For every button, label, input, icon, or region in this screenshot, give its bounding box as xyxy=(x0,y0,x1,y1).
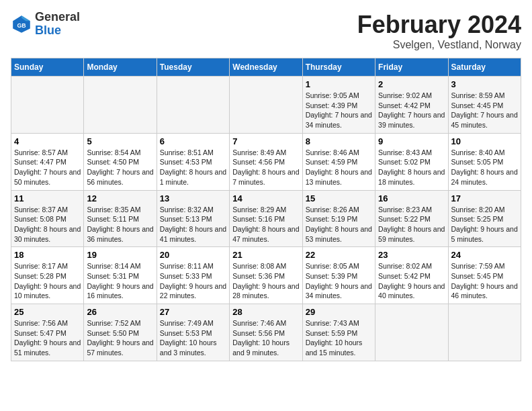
cell-info-text: Sunrise: 7:52 AM Sunset: 5:50 PM Dayligh… xyxy=(87,318,153,358)
cell-info-text: Sunrise: 7:56 AM Sunset: 5:47 PM Dayligh… xyxy=(14,318,81,358)
calendar-cell: 4Sunrise: 8:57 AM Sunset: 4:47 PM Daylig… xyxy=(11,133,84,190)
calendar-cell xyxy=(11,77,84,134)
cell-info-text: Sunrise: 8:57 AM Sunset: 4:47 PM Dayligh… xyxy=(14,148,81,187)
cell-info-text: Sunrise: 8:37 AM Sunset: 5:08 PM Dayligh… xyxy=(14,205,81,244)
location-subtitle: Svelgen, Vestland, Norway xyxy=(357,39,521,51)
cell-info-text: Sunrise: 8:11 AM Sunset: 5:33 PM Dayligh… xyxy=(160,261,226,301)
calendar-week-row: 4Sunrise: 8:57 AM Sunset: 4:47 PM Daylig… xyxy=(11,133,521,190)
cell-day-number: 10 xyxy=(451,136,518,146)
cell-day-number: 20 xyxy=(160,250,226,260)
calendar-cell: 20Sunrise: 8:11 AM Sunset: 5:33 PM Dayli… xyxy=(157,247,229,304)
cell-day-number: 13 xyxy=(160,193,226,203)
cell-day-number: 19 xyxy=(87,250,153,260)
day-of-week-header: Sunday xyxy=(11,58,84,77)
calendar-cell: 16Sunrise: 8:23 AM Sunset: 5:22 PM Dayli… xyxy=(375,190,448,247)
cell-info-text: Sunrise: 8:02 AM Sunset: 5:42 PM Dayligh… xyxy=(378,261,445,301)
cell-info-text: Sunrise: 8:29 AM Sunset: 5:16 PM Dayligh… xyxy=(232,205,299,244)
cell-info-text: Sunrise: 8:05 AM Sunset: 5:39 PM Dayligh… xyxy=(306,261,372,301)
day-of-week-header: Tuesday xyxy=(157,58,229,77)
svg-text:GB: GB xyxy=(17,22,26,29)
cell-info-text: Sunrise: 8:40 AM Sunset: 5:05 PM Dayligh… xyxy=(451,148,518,187)
cell-day-number: 15 xyxy=(306,193,372,203)
day-of-week-header: Monday xyxy=(84,58,157,77)
cell-day-number: 27 xyxy=(160,307,226,317)
cell-info-text: Sunrise: 8:35 AM Sunset: 5:11 PM Dayligh… xyxy=(87,205,153,244)
cell-info-text: Sunrise: 9:02 AM Sunset: 4:42 PM Dayligh… xyxy=(378,91,445,130)
cell-info-text: Sunrise: 9:05 AM Sunset: 4:39 PM Dayligh… xyxy=(306,91,372,130)
cell-info-text: Sunrise: 8:49 AM Sunset: 4:56 PM Dayligh… xyxy=(232,148,299,187)
calendar-cell: 22Sunrise: 8:05 AM Sunset: 5:39 PM Dayli… xyxy=(302,247,375,304)
calendar-cell xyxy=(230,77,302,134)
cell-day-number: 8 xyxy=(306,136,372,146)
cell-day-number: 24 xyxy=(451,250,518,260)
day-of-week-header: Friday xyxy=(375,58,448,77)
calendar-cell xyxy=(448,304,521,361)
calendar-cell: 2Sunrise: 9:02 AM Sunset: 4:42 PM Daylig… xyxy=(375,77,448,134)
cell-day-number: 28 xyxy=(232,307,299,317)
day-of-week-header: Saturday xyxy=(448,58,521,77)
cell-info-text: Sunrise: 8:20 AM Sunset: 5:25 PM Dayligh… xyxy=(451,205,518,244)
logo-icon: GB xyxy=(11,13,32,35)
calendar-cell xyxy=(84,77,157,134)
calendar-cell: 1Sunrise: 9:05 AM Sunset: 4:39 PM Daylig… xyxy=(302,77,375,134)
calendar-cell: 17Sunrise: 8:20 AM Sunset: 5:25 PM Dayli… xyxy=(448,190,521,247)
calendar-cell: 25Sunrise: 7:56 AM Sunset: 5:47 PM Dayli… xyxy=(11,304,84,361)
cell-day-number: 1 xyxy=(306,79,372,89)
calendar-cell xyxy=(157,77,229,134)
cell-info-text: Sunrise: 7:46 AM Sunset: 5:56 PM Dayligh… xyxy=(232,318,299,358)
calendar-cell: 23Sunrise: 8:02 AM Sunset: 5:42 PM Dayli… xyxy=(375,247,448,304)
calendar-cell: 15Sunrise: 8:26 AM Sunset: 5:19 PM Dayli… xyxy=(302,190,375,247)
cell-day-number: 6 xyxy=(160,136,226,146)
calendar-cell: 5Sunrise: 8:54 AM Sunset: 4:50 PM Daylig… xyxy=(84,133,157,190)
cell-day-number: 23 xyxy=(378,250,445,260)
calendar-cell: 28Sunrise: 7:46 AM Sunset: 5:56 PM Dayli… xyxy=(230,304,302,361)
cell-day-number: 3 xyxy=(451,79,518,89)
cell-day-number: 9 xyxy=(378,136,445,146)
calendar-cell: 3Sunrise: 8:59 AM Sunset: 4:45 PM Daylig… xyxy=(448,77,521,134)
cell-day-number: 22 xyxy=(306,250,372,260)
cell-day-number: 29 xyxy=(306,307,372,317)
cell-info-text: Sunrise: 8:54 AM Sunset: 4:50 PM Dayligh… xyxy=(87,148,153,187)
logo: GB General Blue xyxy=(11,11,80,38)
cell-info-text: Sunrise: 8:23 AM Sunset: 5:22 PM Dayligh… xyxy=(378,205,445,244)
calendar-cell: 21Sunrise: 8:08 AM Sunset: 5:36 PM Dayli… xyxy=(230,247,302,304)
cell-info-text: Sunrise: 7:59 AM Sunset: 5:45 PM Dayligh… xyxy=(451,261,518,301)
logo-text: General Blue xyxy=(35,11,80,38)
calendar-cell: 27Sunrise: 7:49 AM Sunset: 5:53 PM Dayli… xyxy=(157,304,229,361)
cell-day-number: 21 xyxy=(232,250,299,260)
calendar-header-row: SundayMondayTuesdayWednesdayThursdayFrid… xyxy=(11,58,521,77)
calendar-cell: 6Sunrise: 8:51 AM Sunset: 4:53 PM Daylig… xyxy=(157,133,229,190)
calendar-cell: 10Sunrise: 8:40 AM Sunset: 5:05 PM Dayli… xyxy=(448,133,521,190)
calendar-week-row: 25Sunrise: 7:56 AM Sunset: 5:47 PM Dayli… xyxy=(11,304,521,361)
calendar-cell: 29Sunrise: 7:43 AM Sunset: 5:59 PM Dayli… xyxy=(302,304,375,361)
cell-day-number: 18 xyxy=(14,250,81,260)
cell-info-text: Sunrise: 8:26 AM Sunset: 5:19 PM Dayligh… xyxy=(306,205,372,244)
calendar-cell: 11Sunrise: 8:37 AM Sunset: 5:08 PM Dayli… xyxy=(11,190,84,247)
day-of-week-header: Wednesday xyxy=(230,58,302,77)
title-area: February 2024 Svelgen, Vestland, Norway xyxy=(357,11,521,51)
cell-info-text: Sunrise: 8:43 AM Sunset: 5:02 PM Dayligh… xyxy=(378,148,445,187)
calendar-cell: 13Sunrise: 8:32 AM Sunset: 5:13 PM Dayli… xyxy=(157,190,229,247)
calendar-week-row: 11Sunrise: 8:37 AM Sunset: 5:08 PM Dayli… xyxy=(11,190,521,247)
cell-day-number: 25 xyxy=(14,307,81,317)
calendar-cell: 19Sunrise: 8:14 AM Sunset: 5:31 PM Dayli… xyxy=(84,247,157,304)
cell-info-text: Sunrise: 8:59 AM Sunset: 4:45 PM Dayligh… xyxy=(451,91,518,130)
calendar-week-row: 1Sunrise: 9:05 AM Sunset: 4:39 PM Daylig… xyxy=(11,77,521,134)
cell-day-number: 11 xyxy=(14,193,81,203)
day-of-week-header: Thursday xyxy=(302,58,375,77)
cell-info-text: Sunrise: 8:14 AM Sunset: 5:31 PM Dayligh… xyxy=(87,261,153,301)
cell-info-text: Sunrise: 7:43 AM Sunset: 5:59 PM Dayligh… xyxy=(306,318,372,358)
calendar-cell xyxy=(375,304,448,361)
calendar-cell: 14Sunrise: 8:29 AM Sunset: 5:16 PM Dayli… xyxy=(230,190,302,247)
calendar-table: SundayMondayTuesdayWednesdayThursdayFrid… xyxy=(11,58,521,361)
cell-day-number: 16 xyxy=(378,193,445,203)
calendar-week-row: 18Sunrise: 8:17 AM Sunset: 5:28 PM Dayli… xyxy=(11,247,521,304)
cell-day-number: 26 xyxy=(87,307,153,317)
cell-day-number: 4 xyxy=(14,136,81,146)
calendar-cell: 7Sunrise: 8:49 AM Sunset: 4:56 PM Daylig… xyxy=(230,133,302,190)
calendar-cell: 9Sunrise: 8:43 AM Sunset: 5:02 PM Daylig… xyxy=(375,133,448,190)
cell-day-number: 17 xyxy=(451,193,518,203)
month-year-title: February 2024 xyxy=(357,11,521,39)
cell-day-number: 7 xyxy=(232,136,299,146)
calendar-cell: 24Sunrise: 7:59 AM Sunset: 5:45 PM Dayli… xyxy=(448,247,521,304)
